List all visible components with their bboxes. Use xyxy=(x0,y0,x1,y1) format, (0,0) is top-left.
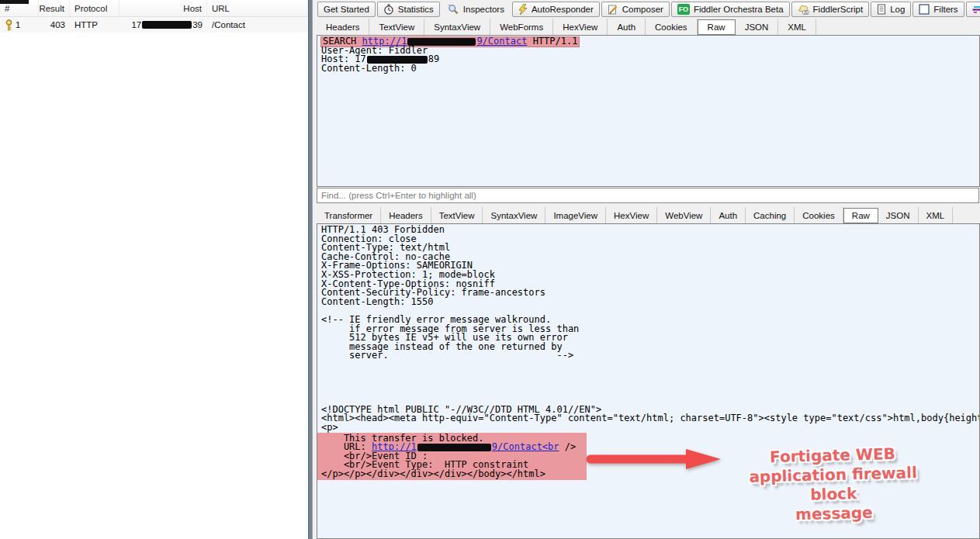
tab-inspectors[interactable]: Inspectors xyxy=(442,2,511,17)
find-input[interactable] xyxy=(317,188,979,203)
session-list-header: #ResultProtocolHostURL xyxy=(0,0,308,17)
request-raw-view[interactable]: SEARCH http://19/Contact HTTP/1.1 User-A… xyxy=(317,35,980,187)
url-link[interactable]: 9/Contact<br xyxy=(492,441,559,452)
request-raw-text: SEARCH http://19/Contact HTTP/1.1 User-A… xyxy=(317,36,979,73)
lightning-icon xyxy=(518,4,528,15)
request-tab-xml[interactable]: XML xyxy=(778,19,816,35)
request-tab-cookies[interactable]: Cookies xyxy=(646,19,698,35)
key-icon xyxy=(5,19,13,31)
inspector-panel: Get StartedStatisticsInspectorsAutoRespo… xyxy=(313,0,980,539)
tab-label: FiddlerScript xyxy=(813,5,864,14)
svg-text:JS: JS xyxy=(803,10,807,14)
tab-fiddlerscript[interactable]: JSFiddlerScript xyxy=(791,2,870,17)
raw-line: User-Agent: Fiddler xyxy=(321,47,979,56)
request-tab-webforms[interactable]: WebForms xyxy=(490,19,553,35)
tab-autoresponder[interactable]: AutoResponder xyxy=(512,2,600,17)
tab-label: Log xyxy=(890,5,905,14)
raw-line: <html><head><meta http-equiv="Content-Ty… xyxy=(321,414,979,423)
cell-host: 1739 xyxy=(119,17,207,33)
raw-text-segment: </p></p></div></div></div></body></html> xyxy=(321,468,545,479)
tab-label: Filters xyxy=(933,5,957,14)
log-icon xyxy=(877,4,886,15)
raw-text-segment: 39 xyxy=(192,20,203,29)
request-tab-raw[interactable]: Raw xyxy=(698,19,736,35)
column-header-result[interactable]: Result xyxy=(39,0,70,16)
request-inspector-tabs: HeadersTextViewSyntaxViewWebFormsHexView… xyxy=(317,19,980,35)
response-tab-webview[interactable]: WebView xyxy=(657,207,711,223)
request-tab-hexview[interactable]: HexView xyxy=(553,19,608,35)
tab-composer[interactable]: Composer xyxy=(601,2,670,17)
timeline-icon xyxy=(972,4,980,15)
compose-icon xyxy=(608,4,618,15)
tab-label: Inspectors xyxy=(463,5,504,14)
annotation-line: message xyxy=(737,502,932,527)
tab-fiddler-orchestra-beta[interactable]: FOFiddler Orchestra Beta xyxy=(671,2,790,17)
redaction-bar xyxy=(0,0,29,4)
raw-line: </p></p></div></div></div></body></html> xyxy=(321,470,587,479)
cell-url: /Contact xyxy=(207,17,308,33)
tab-label: AutoResponder xyxy=(532,5,594,14)
main-tab-strip: Get StartedStatisticsInspectorsAutoRespo… xyxy=(317,0,980,19)
response-inspector-tabs: TransformerHeadersTextViewSyntaxViewImag… xyxy=(317,207,980,223)
raw-line: HTTP/1.1 403 Forbidden xyxy=(321,226,979,235)
redaction-bar xyxy=(142,21,192,29)
response-tab-hexview[interactable]: HexView xyxy=(606,207,657,223)
column-header-protocol[interactable]: Protocol xyxy=(70,0,119,16)
tab-log[interactable]: Log xyxy=(871,2,911,17)
cell-protocol: HTTP xyxy=(70,17,119,33)
response-tab-cookies[interactable]: Cookies xyxy=(795,207,843,223)
response-tab-syntaxview[interactable]: SyntaxView xyxy=(483,207,545,223)
annotation-text: Fortigate WEB application firewall block… xyxy=(736,444,932,527)
request-tab-headers[interactable]: Headers xyxy=(317,19,369,35)
response-tab-caching[interactable]: Caching xyxy=(746,207,795,223)
annotation-line: application firewall block xyxy=(736,463,930,507)
raw-line: Content-Length: 1550 xyxy=(321,298,979,307)
column-header-url[interactable]: URL xyxy=(207,0,308,16)
tab-label: Get Started xyxy=(324,5,369,14)
tab-filters[interactable]: Filters xyxy=(912,2,964,17)
raw-line: Content-Length: 0 xyxy=(321,64,979,74)
request-tab-auth[interactable]: Auth xyxy=(608,19,646,35)
response-tab-auth[interactable]: Auth xyxy=(711,207,746,223)
request-tab-json[interactable]: JSON xyxy=(736,19,779,35)
raw-line xyxy=(321,378,979,388)
response-raw-text: HTTP/1.1 403 ForbiddenConnection: closeC… xyxy=(317,224,979,480)
response-tab-textview[interactable]: TextView xyxy=(431,207,483,223)
script-icon: JS xyxy=(798,4,809,15)
find-bar xyxy=(317,187,980,207)
request-tab-textview[interactable]: TextView xyxy=(369,19,424,35)
response-raw-view[interactable]: HTTP/1.1 403 ForbiddenConnection: closeC… xyxy=(317,223,980,539)
raw-text-segment: Content-Length: 0 xyxy=(321,63,417,74)
cell-result: 403 xyxy=(39,17,70,33)
raw-text-segment: 89 xyxy=(428,54,439,64)
raw-line: <p> xyxy=(321,423,979,433)
raw-text-segment: /> xyxy=(559,441,577,452)
raw-text-segment: HTTP/1.1 xyxy=(527,36,577,47)
response-tab-imageview[interactable]: ImageView xyxy=(545,207,606,223)
raw-text-segment: 17 xyxy=(131,20,141,29)
session-list-panel: #ResultProtocolHostURL 1403HTTP1739/Cont… xyxy=(0,0,308,539)
clock-icon xyxy=(383,4,394,15)
raw-line: Host: 1789 xyxy=(321,55,979,64)
raw-line xyxy=(321,388,979,397)
cell-number: 1 xyxy=(0,17,39,33)
tab-get-started[interactable]: Get Started xyxy=(317,2,376,17)
response-tab-transformer[interactable]: Transformer xyxy=(317,207,381,223)
tab-label: Statistics xyxy=(398,5,434,14)
blocked-message-highlight: This transfer is blocked. URL: http://19… xyxy=(317,433,587,480)
tab-label: Composer xyxy=(622,5,663,14)
tab-label: Fiddler Orchestra Beta xyxy=(694,5,784,14)
column-header-host[interactable]: Host xyxy=(119,0,207,16)
session-row[interactable]: 1403HTTP1739/Contact xyxy=(0,17,308,33)
raw-line xyxy=(321,370,979,379)
response-tab-headers[interactable]: Headers xyxy=(381,207,431,223)
tab-statistics[interactable]: Statistics xyxy=(377,2,440,17)
response-tab-xml[interactable]: XML xyxy=(919,207,954,223)
url-link[interactable]: 9/Contact xyxy=(476,36,527,47)
filter-icon xyxy=(919,4,930,15)
response-tab-json[interactable]: JSON xyxy=(878,207,919,223)
response-tab-raw[interactable]: Raw xyxy=(843,208,878,223)
tab-timeline[interactable]: Timeline xyxy=(966,2,980,17)
raw-line: server. --> xyxy=(321,351,979,361)
request-tab-syntaxview[interactable]: SyntaxView xyxy=(424,19,490,35)
